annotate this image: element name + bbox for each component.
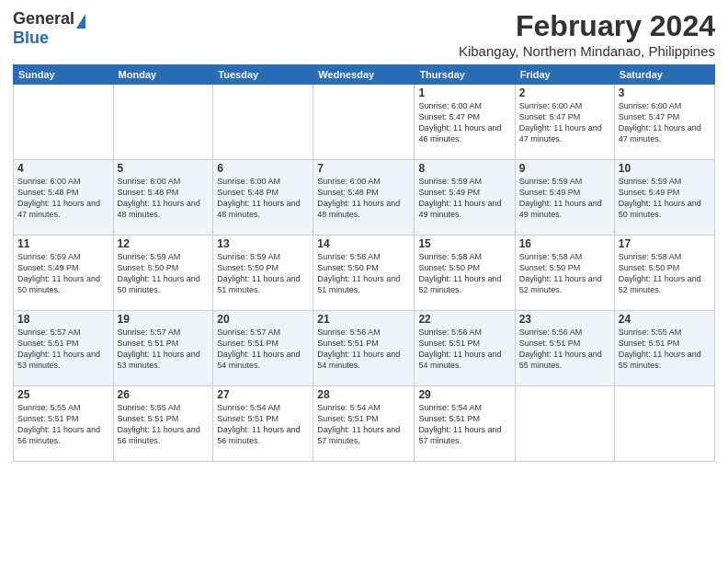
table-row: 21Sunrise: 5:56 AMSunset: 5:51 PMDayligh… [313, 311, 415, 386]
day-number: 20 [217, 313, 309, 326]
day-number: 9 [519, 162, 610, 175]
day-info: Sunrise: 5:55 AMSunset: 5:51 PMDaylight:… [619, 327, 711, 372]
day-number: 23 [519, 313, 610, 326]
day-info: Sunrise: 5:54 AMSunset: 5:51 PMDaylight:… [217, 402, 309, 447]
day-number: 19 [118, 313, 210, 326]
calendar-week-row: 4Sunrise: 6:00 AMSunset: 5:48 PMDaylight… [14, 160, 715, 236]
day-info: Sunrise: 6:00 AMSunset: 5:47 PMDaylight:… [418, 100, 510, 145]
logo-general-text: General [13, 9, 74, 29]
table-row: 9Sunrise: 5:59 AMSunset: 5:49 PMDaylight… [515, 160, 614, 236]
day-number: 5 [118, 162, 210, 175]
col-tuesday: Tuesday [213, 65, 313, 85]
day-info: Sunrise: 5:59 AMSunset: 5:49 PMDaylight:… [418, 176, 510, 221]
table-row: 1Sunrise: 6:00 AMSunset: 5:47 PMDaylight… [415, 85, 515, 160]
col-sunday: Sunday [14, 65, 114, 85]
month-title: February 2024 [459, 9, 715, 43]
day-number: 4 [17, 162, 109, 175]
col-friday: Friday [515, 65, 614, 85]
table-row: 23Sunrise: 5:56 AMSunset: 5:51 PMDayligh… [515, 311, 614, 386]
day-info: Sunrise: 5:54 AMSunset: 5:51 PMDaylight:… [317, 402, 410, 447]
table-row: 5Sunrise: 6:00 AMSunset: 5:48 PMDaylight… [113, 160, 213, 236]
table-row: 6Sunrise: 6:00 AMSunset: 5:48 PMDaylight… [213, 160, 313, 236]
day-info: Sunrise: 5:57 AMSunset: 5:51 PMDaylight:… [118, 327, 210, 372]
table-row: 16Sunrise: 5:58 AMSunset: 5:50 PMDayligh… [515, 236, 614, 311]
day-number: 10 [619, 162, 711, 175]
day-info: Sunrise: 5:59 AMSunset: 5:49 PMDaylight:… [519, 176, 610, 221]
table-row: 8Sunrise: 5:59 AMSunset: 5:49 PMDaylight… [415, 160, 515, 236]
day-info: Sunrise: 6:00 AMSunset: 5:48 PMDaylight:… [217, 176, 309, 221]
table-row: 19Sunrise: 5:57 AMSunset: 5:51 PMDayligh… [113, 311, 213, 386]
day-number: 15 [418, 237, 510, 250]
table-row: 28Sunrise: 5:54 AMSunset: 5:51 PMDayligh… [313, 386, 415, 462]
table-row: 4Sunrise: 6:00 AMSunset: 5:48 PMDaylight… [14, 160, 114, 236]
col-thursday: Thursday [415, 65, 515, 85]
page-header: General Blue February 2024 Kibangay, Nor… [13, 9, 715, 59]
day-number: 6 [217, 162, 309, 175]
calendar-table: Sunday Monday Tuesday Wednesday Thursday… [13, 64, 715, 462]
day-number: 3 [619, 86, 711, 99]
table-row: 11Sunrise: 5:59 AMSunset: 5:49 PMDayligh… [14, 236, 114, 311]
day-number: 26 [118, 388, 210, 401]
day-info: Sunrise: 5:54 AMSunset: 5:51 PMDaylight:… [418, 402, 510, 447]
day-number: 13 [217, 237, 309, 250]
table-row [614, 386, 714, 462]
table-row [313, 85, 415, 160]
day-info: Sunrise: 5:58 AMSunset: 5:50 PMDaylight:… [317, 251, 410, 296]
table-row: 13Sunrise: 5:59 AMSunset: 5:50 PMDayligh… [213, 236, 313, 311]
day-info: Sunrise: 5:57 AMSunset: 5:51 PMDaylight:… [17, 327, 109, 372]
table-row [515, 386, 614, 462]
day-info: Sunrise: 5:59 AMSunset: 5:49 PMDaylight:… [619, 176, 711, 221]
table-row: 25Sunrise: 5:55 AMSunset: 5:51 PMDayligh… [14, 386, 114, 462]
day-number: 21 [317, 313, 410, 326]
table-row: 17Sunrise: 5:58 AMSunset: 5:50 PMDayligh… [614, 236, 714, 311]
table-row [14, 85, 114, 160]
day-number: 22 [418, 313, 510, 326]
day-number: 14 [317, 237, 410, 250]
table-row: 3Sunrise: 6:00 AMSunset: 5:47 PMDaylight… [614, 85, 714, 160]
day-number: 29 [418, 388, 510, 401]
day-number: 16 [519, 237, 610, 250]
day-info: Sunrise: 5:59 AMSunset: 5:50 PMDaylight:… [217, 251, 309, 296]
day-info: Sunrise: 6:00 AMSunset: 5:48 PMDaylight:… [118, 176, 210, 221]
table-row: 26Sunrise: 5:55 AMSunset: 5:51 PMDayligh… [113, 386, 213, 462]
day-number: 28 [317, 388, 410, 401]
day-info: Sunrise: 5:58 AMSunset: 5:50 PMDaylight:… [619, 251, 711, 296]
table-row: 12Sunrise: 5:59 AMSunset: 5:50 PMDayligh… [113, 236, 213, 311]
day-info: Sunrise: 5:56 AMSunset: 5:51 PMDaylight:… [317, 327, 410, 372]
logo-blue-text: Blue [13, 29, 49, 48]
day-number: 17 [619, 237, 711, 250]
table-row: 24Sunrise: 5:55 AMSunset: 5:51 PMDayligh… [614, 311, 714, 386]
day-number: 7 [317, 162, 410, 175]
title-area: February 2024 Kibangay, Northern Mindana… [459, 9, 715, 59]
day-info: Sunrise: 5:55 AMSunset: 5:51 PMDaylight:… [17, 402, 109, 447]
calendar-week-row: 1Sunrise: 6:00 AMSunset: 5:47 PMDaylight… [14, 85, 715, 160]
table-row: 27Sunrise: 5:54 AMSunset: 5:51 PMDayligh… [213, 386, 313, 462]
table-row: 10Sunrise: 5:59 AMSunset: 5:49 PMDayligh… [614, 160, 714, 236]
day-number: 11 [17, 237, 109, 250]
day-info: Sunrise: 6:00 AMSunset: 5:47 PMDaylight:… [519, 100, 610, 145]
day-info: Sunrise: 5:59 AMSunset: 5:50 PMDaylight:… [118, 251, 210, 296]
day-info: Sunrise: 5:57 AMSunset: 5:51 PMDaylight:… [217, 327, 309, 372]
table-row: 18Sunrise: 5:57 AMSunset: 5:51 PMDayligh… [14, 311, 114, 386]
col-wednesday: Wednesday [313, 65, 415, 85]
day-number: 25 [17, 388, 109, 401]
day-number: 12 [118, 237, 210, 250]
day-number: 27 [217, 388, 309, 401]
location-title: Kibangay, Northern Mindanao, Philippines [459, 43, 715, 59]
col-saturday: Saturday [614, 65, 714, 85]
day-info: Sunrise: 5:58 AMSunset: 5:50 PMDaylight:… [418, 251, 510, 296]
day-number: 8 [418, 162, 510, 175]
day-number: 1 [418, 86, 510, 99]
day-info: Sunrise: 5:56 AMSunset: 5:51 PMDaylight:… [418, 327, 510, 372]
table-row [213, 85, 313, 160]
table-row: 22Sunrise: 5:56 AMSunset: 5:51 PMDayligh… [415, 311, 515, 386]
day-info: Sunrise: 6:00 AMSunset: 5:48 PMDaylight:… [317, 176, 410, 221]
day-info: Sunrise: 5:58 AMSunset: 5:50 PMDaylight:… [519, 251, 610, 296]
logo: General Blue [13, 9, 85, 48]
table-row: 15Sunrise: 5:58 AMSunset: 5:50 PMDayligh… [415, 236, 515, 311]
day-info: Sunrise: 5:59 AMSunset: 5:49 PMDaylight:… [17, 251, 109, 296]
calendar-week-row: 11Sunrise: 5:59 AMSunset: 5:49 PMDayligh… [14, 236, 715, 311]
table-row: 20Sunrise: 5:57 AMSunset: 5:51 PMDayligh… [213, 311, 313, 386]
table-row [113, 85, 213, 160]
table-row: 14Sunrise: 5:58 AMSunset: 5:50 PMDayligh… [313, 236, 415, 311]
